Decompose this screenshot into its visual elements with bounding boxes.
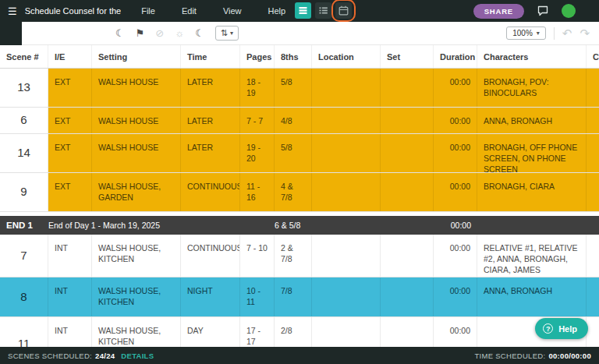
menu-view[interactable]: View (223, 6, 242, 16)
stripboard-sheet: Scene # I/E Setting Time Pages 8ths Loca… (0, 45, 599, 347)
calendar-view-button[interactable] (335, 2, 352, 19)
table-header: Scene # I/E Setting Time Pages 8ths Loca… (0, 45, 599, 69)
day-night-icon[interactable]: ☾ (115, 27, 125, 39)
scene-row-11[interactable]: 11 INT WALSH HOUSE, KITCHEN DAY 17 - 17 … (0, 317, 599, 347)
8ths-cell: 4 & 7/8 (275, 173, 312, 211)
sun-icon: ☼ (175, 27, 184, 39)
day-break-duration: 00:00 (434, 221, 477, 230)
time-cell: NIGHT (181, 277, 240, 316)
scene-number: 8 (0, 277, 48, 316)
co-cell (587, 134, 599, 172)
redo-icon[interactable]: ↷ (580, 27, 590, 39)
duration-cell: 00:00 (434, 134, 477, 172)
toolbar-icon-group: ☾ ⚑ ⊘ ☼ ☾ ⇅ ▾ (115, 26, 239, 41)
pages-cell: 18 - 19 (240, 69, 275, 107)
characters-cell: RELATIVE #1, RELATIVE #2, ANNA, BRONAGH,… (477, 235, 587, 277)
ie-cell: EXT (48, 69, 92, 107)
characters-cell: ANNA, BRONAGH (477, 108, 587, 133)
avatar[interactable] (562, 4, 576, 18)
8ths-cell: 2/8 (275, 317, 312, 347)
col-characters: Characters (477, 45, 587, 68)
set-cell (381, 108, 434, 133)
time-scheduled-value: 00:00/00:00 (548, 352, 591, 360)
day-break-row[interactable]: END 1 End of Day 1 - March 19, 2025 6 & … (0, 216, 599, 235)
stripboard-icon (298, 5, 308, 16)
ie-cell: EXT (48, 134, 92, 172)
time-cell: LATER (181, 134, 240, 172)
scene-row-13[interactable]: 13 EXT WALSH HOUSE LATER 18 - 19 5/8 00:… (0, 69, 599, 108)
col-8ths: 8ths (275, 45, 312, 68)
setting-cell: WALSH HOUSE, KITCHEN (92, 277, 181, 316)
flag-icon[interactable]: ⚑ (136, 27, 145, 39)
pages-cell: 7 - 10 (240, 235, 275, 277)
scene-row-9[interactable]: 9 EXT WALSH HOUSE, GARDEN CONTINUOUS 11 … (0, 173, 599, 212)
scene-row-14[interactable]: 14 EXT WALSH HOUSE LATER 19 - 20 5/8 00:… (0, 134, 599, 173)
pages-cell: 7 - 7 (240, 108, 275, 133)
undo-icon[interactable]: ↶ (562, 27, 572, 39)
8ths-cell: 4/8 (275, 108, 312, 133)
statusbar: SCENES SCHEDULED: 24/24 DETAILS TIME SCH… (0, 347, 599, 364)
location-cell (312, 69, 381, 107)
scenes-scheduled-value: 24/24 (95, 352, 115, 360)
8ths-cell: 5/8 (275, 134, 312, 172)
setting-cell: WALSH HOUSE (92, 69, 181, 107)
schedule-toolbar: ☾ ⚑ ⊘ ☼ ☾ ⇅ ▾ 100% ▾ ↶ ↷ (0, 22, 599, 45)
ban-icon: ⊘ (155, 27, 164, 39)
time-cell: LATER (181, 69, 240, 107)
set-cell (381, 277, 434, 316)
topbar: ☰ Schedule Counsel for the File Edit Vie… (0, 0, 599, 22)
sort-icon: ⇅ (221, 28, 228, 38)
hamburger-menu-icon[interactable]: ☰ (8, 5, 17, 17)
scene-number: 6 (0, 108, 48, 133)
location-cell (312, 277, 381, 316)
duration-cell: 00:00 (434, 317, 477, 347)
chat-icon[interactable] (537, 5, 549, 17)
menu-edit[interactable]: Edit (182, 6, 197, 16)
calendar-view-wrapper (335, 2, 352, 19)
setting-cell: WALSH HOUSE, KITCHEN (92, 235, 181, 277)
col-time: Time (181, 45, 240, 68)
stripboard-view-button[interactable] (295, 2, 311, 19)
view-toggle-group (295, 2, 352, 19)
co-cell (587, 173, 599, 211)
col-set: Set (381, 45, 434, 68)
characters-cell: ANNA, BRONAGH (477, 277, 587, 316)
co-cell (587, 317, 599, 347)
share-button[interactable]: SHARE (473, 4, 524, 19)
topbar-right-group: SHARE (473, 0, 576, 22)
ie-cell: INT (48, 317, 92, 347)
col-scene: Scene # (0, 45, 48, 68)
details-link[interactable]: DETAILS (121, 352, 154, 360)
list-icon (318, 5, 328, 16)
time-cell: CONTINUOUS (181, 173, 240, 211)
sort-dropdown[interactable]: ⇅ ▾ (215, 26, 239, 41)
list-view-button[interactable] (315, 2, 331, 19)
8ths-cell: 2 & 7/8 (275, 235, 312, 277)
set-cell (381, 317, 434, 347)
set-cell (381, 134, 434, 172)
menubar: File Edit View Help (141, 6, 285, 16)
location-cell (312, 235, 381, 277)
scene-number: 9 (0, 173, 48, 211)
pages-cell: 10 - 11 (240, 277, 275, 316)
help-button[interactable]: ? Help (535, 318, 588, 339)
time-cell: DAY (181, 317, 240, 347)
pages-cell: 19 - 20 (240, 134, 275, 172)
day-break-8ths: 6 & 5/8 (275, 221, 312, 230)
scene-number: 7 (0, 235, 48, 277)
duration-cell: 00:00 (434, 173, 477, 211)
menu-help[interactable]: Help (268, 6, 286, 16)
col-ie: I/E (48, 45, 92, 68)
scene-row-7[interactable]: 7 INT WALSH HOUSE, KITCHEN CONTINUOUS 7 … (0, 235, 599, 277)
moon-icon[interactable]: ☾ (195, 27, 204, 39)
ie-cell: INT (48, 235, 92, 277)
zoom-value: 100% (512, 29, 533, 37)
duration-cell: 00:00 (434, 108, 477, 133)
chevron-down-icon: ▾ (230, 30, 233, 37)
setting-cell: WALSH HOUSE, GARDEN (92, 173, 181, 211)
zoom-select[interactable]: 100% ▾ (506, 27, 546, 40)
scene-row-8[interactable]: 8 INT WALSH HOUSE, KITCHEN NIGHT 10 - 11… (0, 277, 599, 317)
scene-row-6[interactable]: 6 EXT WALSH HOUSE LATER 7 - 7 4/8 00:00 … (0, 108, 599, 134)
menu-file[interactable]: File (141, 6, 155, 16)
col-location: Location (312, 45, 381, 68)
